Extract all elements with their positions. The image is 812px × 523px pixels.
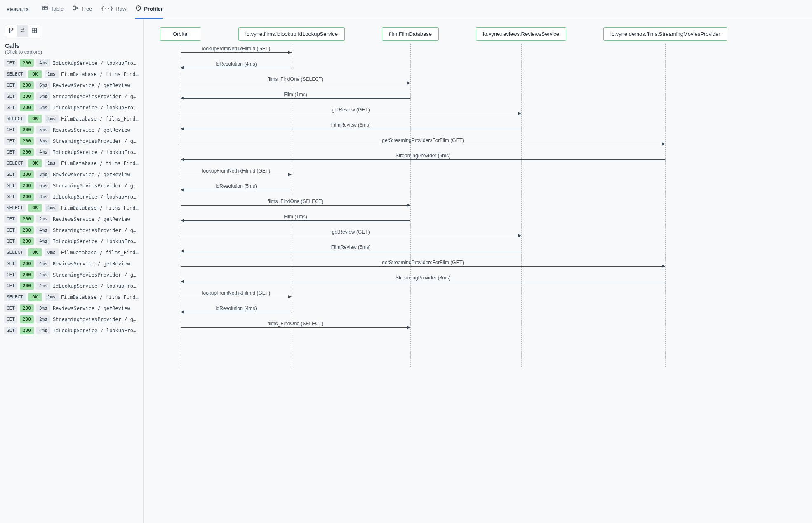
call-label: FilmDatabase / films_FindOne	[61, 205, 139, 211]
svg-point-4	[73, 9, 75, 10]
tab-tree[interactable]: Tree	[73, 0, 92, 19]
time-pill: 4ms	[36, 148, 50, 156]
time-pill: 6ms	[36, 182, 50, 189]
message-label: lookupFromNetflixFilmId (GET)	[202, 46, 270, 52]
message-rows: lookupFromNetflixFilmId (GET)IdResolutio…	[160, 45, 796, 367]
message-row[interactable]: getReview (GET)	[160, 114, 796, 118]
message-row[interactable]: StreamingProvider (5ms)	[160, 159, 796, 164]
status-pill: 200	[20, 170, 34, 178]
status-pill: 200	[20, 126, 34, 134]
message-label: Film (1ms)	[284, 214, 307, 220]
workspace: Calls (Click to explore) GET2004msIdLook…	[0, 19, 812, 523]
call-row[interactable]: SELECTOK1msFilmDatabase / films_FindOne	[3, 202, 140, 213]
grid-view-button[interactable]	[28, 25, 40, 37]
message-row[interactable]: FilmReview (5ms)	[160, 251, 796, 256]
message-row[interactable]: IdResolution (4ms)	[160, 312, 796, 317]
call-label: ReviewsService / getReview	[53, 172, 139, 177]
call-row[interactable]: GET2005msStreamingMoviesProvider / getSt…	[3, 91, 140, 102]
call-row[interactable]: GET2006msStreamingMoviesProvider / getSt…	[3, 180, 140, 191]
arrow-left-icon	[181, 188, 184, 192]
method-pill: GET	[4, 148, 17, 156]
call-label: IdLookupService / lookupFromNetflix…	[53, 283, 139, 289]
time-pill: 5ms	[36, 104, 50, 111]
message-row[interactable]: lookupFromNetflixFilmId (GET)	[160, 297, 796, 302]
calls-subtitle: (Click to explore)	[5, 49, 138, 55]
tab-raw[interactable]: {··} Raw	[101, 0, 126, 19]
tab-table[interactable]: Table	[42, 0, 64, 19]
call-row[interactable]: GET2004msStreamingMoviesProvider / getSt…	[3, 269, 140, 280]
message-row[interactable]: getStreamingProvidersForFilm (GET)	[160, 266, 796, 271]
message-row[interactable]: IdResolution (5ms)	[160, 190, 796, 195]
call-row[interactable]: GET2004msIdLookupService / lookupFromNet…	[3, 236, 140, 247]
message-row[interactable]: Film (1ms)	[160, 98, 796, 103]
status-pill: OK	[28, 248, 42, 256]
call-label: IdLookupService / lookupFromNetflix…	[53, 149, 139, 155]
message-label: StreamingProvider (5ms)	[395, 153, 450, 159]
branch-view-button[interactable]	[5, 25, 17, 37]
status-pill: 200	[20, 315, 34, 323]
call-label: ReviewsService / getReview	[53, 216, 139, 222]
tree-icon	[73, 5, 79, 12]
time-pill: 4ms	[36, 237, 50, 245]
status-pill: 200	[20, 148, 34, 156]
arrow-left-icon	[181, 280, 184, 283]
svg-point-3	[73, 6, 75, 7]
message-row[interactable]: lookupFromNetflixFilmId (GET)	[160, 52, 796, 57]
calls-list[interactable]: GET2004msIdLookupService / lookupFromNet…	[0, 56, 143, 523]
braces-icon: {··}	[101, 6, 113, 12]
call-row[interactable]: GET2003msIdLookupService / lookupFromNet…	[3, 191, 140, 202]
call-row[interactable]: GET2004msIdLookupService / lookupFromNet…	[3, 147, 140, 158]
call-row[interactable]: SELECTOK1msFilmDatabase / films_FindOne	[3, 158, 140, 169]
message-row[interactable]: getStreamingProvidersForFilm (GET)	[160, 144, 796, 149]
time-pill: 3ms	[36, 193, 50, 201]
call-row[interactable]: GET2004msIdLookupService / lookupFromNet…	[3, 280, 140, 291]
message-row[interactable]: films_FindOne (SELECT)	[160, 327, 796, 332]
call-row[interactable]: SELECTOK1msFilmDatabase / films_FindOne	[3, 291, 140, 303]
swap-view-button[interactable]	[17, 25, 28, 37]
call-row[interactable]: GET2005msIdLookupService / lookupFromNet…	[3, 102, 140, 113]
call-label: FilmDatabase / films_FindOne	[61, 294, 139, 300]
tab-profiler[interactable]: Profiler	[135, 0, 163, 19]
message-row[interactable]: Film (1ms)	[160, 220, 796, 225]
call-row[interactable]: GET2003msStreamingMoviesProvider / getSt…	[3, 135, 140, 147]
arrow-left-icon	[181, 97, 184, 100]
call-row[interactable]: GET2002msStreamingMoviesProvider / getSt…	[3, 314, 140, 325]
call-row[interactable]: GET2003msReviewsService / getReview	[3, 303, 140, 314]
message-row[interactable]: IdResolution (4ms)	[160, 68, 796, 73]
message-row[interactable]: getReview (GET)	[160, 236, 796, 241]
message-row[interactable]: films_FindOne (SELECT)	[160, 83, 796, 88]
time-pill: 4ms	[36, 271, 50, 279]
call-row[interactable]: GET2004msIdLookupService / lookupFromNet…	[3, 57, 140, 69]
message-row[interactable]: lookupFromNetflixFilmId (GET)	[160, 175, 796, 180]
call-label: StreamingMoviesProvider / getStream…	[53, 138, 139, 144]
time-pill: 2ms	[36, 215, 50, 223]
message-row[interactable]: films_FindOne (SELECT)	[160, 205, 796, 210]
message-row[interactable]: FilmReview (6ms)	[160, 129, 796, 134]
message-label: films_FindOne (SELECT)	[268, 76, 323, 82]
results-label: RESULTS	[7, 7, 29, 12]
call-row[interactable]: GET2003msReviewsService / getReview	[3, 169, 140, 180]
method-pill: SELECT	[4, 293, 26, 301]
call-row[interactable]: SELECTOK1msFilmDatabase / films_FindOne	[3, 69, 140, 80]
call-row[interactable]: SELECTOK1msFilmDatabase / films_FindOne	[3, 113, 140, 124]
svg-rect-0	[43, 6, 47, 10]
call-row[interactable]: GET2004msIdLookupService / lookupFromNet…	[3, 325, 140, 336]
call-row[interactable]: GET2004msStreamingMoviesProvider / getSt…	[3, 225, 140, 236]
call-label: ReviewsService / getReview	[53, 305, 139, 311]
sequence-panel[interactable]: Orbitalio.vyne.films.idlookup.IdLookupSe…	[144, 19, 812, 523]
method-pill: SELECT	[4, 248, 26, 256]
call-row[interactable]: GET2004msReviewsService / getReview	[3, 258, 140, 269]
message-row[interactable]: StreamingProvider (3ms)	[160, 282, 796, 286]
call-row[interactable]: GET2006msReviewsService / getReview	[3, 80, 140, 91]
calls-panel: Calls (Click to explore) GET2004msIdLook…	[0, 19, 144, 523]
message-label: IdResolution (5ms)	[215, 183, 257, 189]
method-pill: SELECT	[4, 70, 26, 78]
call-label: IdLookupService / lookupFromNetflix…	[53, 194, 139, 200]
call-row[interactable]: GET2002msReviewsService / getReview	[3, 213, 140, 225]
time-pill: 1ms	[45, 293, 59, 301]
message-label: FilmReview (6ms)	[331, 122, 371, 128]
call-row[interactable]: GET2005msReviewsService / getReview	[3, 124, 140, 135]
call-row[interactable]: SELECTOK0msFilmDatabase / films_FindOne	[3, 247, 140, 258]
message-label: FilmReview (5ms)	[331, 244, 371, 250]
message-label: films_FindOne (SELECT)	[268, 321, 323, 327]
